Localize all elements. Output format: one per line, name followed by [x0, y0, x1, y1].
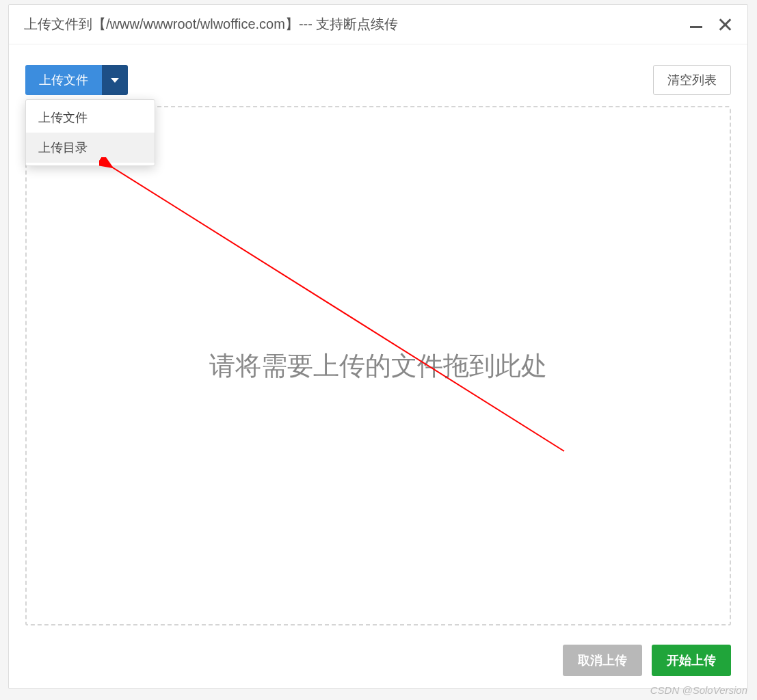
upload-dialog: 上传文件到【/www/wwwroot/wlwoffice.com】--- 支持断…: [8, 4, 748, 689]
upload-button-group: 上传文件 上传文件 上传目录: [25, 65, 128, 95]
start-upload-button[interactable]: 开始上传: [652, 645, 731, 676]
cancel-upload-button[interactable]: 取消上传: [563, 645, 642, 676]
clear-list-button[interactable]: 清空列表: [653, 65, 731, 95]
minimize-icon[interactable]: [690, 26, 702, 28]
dialog-header: 上传文件到【/www/wwwroot/wlwoffice.com】--- 支持断…: [9, 5, 747, 44]
dialog-title: 上传文件到【/www/wwwroot/wlwoffice.com】--- 支持断…: [24, 15, 690, 33]
close-icon[interactable]: [717, 17, 732, 32]
drop-zone-hint: 请将需要上传的文件拖到此处: [209, 349, 547, 383]
upload-file-button[interactable]: 上传文件: [25, 65, 102, 95]
toolbar: 上传文件 上传文件 上传目录 清空列表: [9, 44, 747, 106]
dialog-footer: 取消上传 开始上传: [9, 634, 747, 688]
chevron-down-icon: [111, 78, 119, 83]
drop-zone[interactable]: 请将需要上传的文件拖到此处: [25, 106, 731, 625]
upload-dropdown-menu: 上传文件 上传目录: [25, 99, 155, 166]
upload-dropdown-toggle[interactable]: [102, 65, 128, 95]
watermark: CSDN @SoloVersion: [650, 684, 747, 696]
header-actions: [690, 17, 732, 32]
dropdown-item-upload-file[interactable]: 上传文件: [26, 103, 155, 133]
dropdown-item-upload-dir[interactable]: 上传目录: [26, 133, 155, 163]
